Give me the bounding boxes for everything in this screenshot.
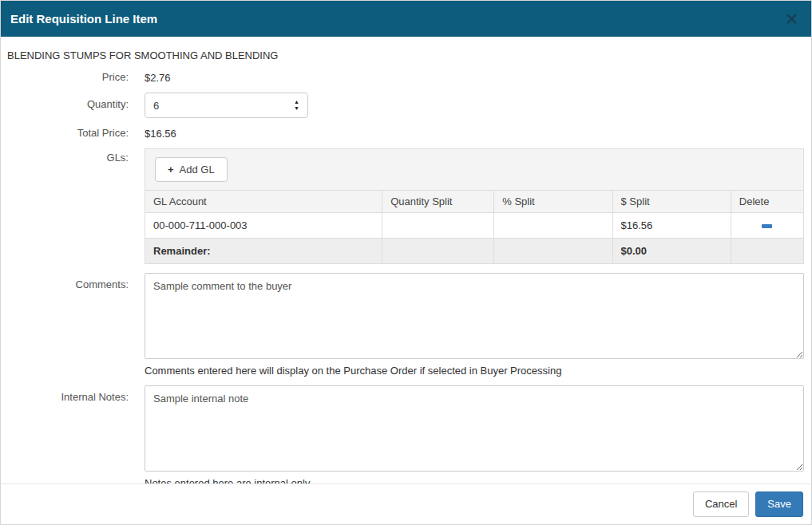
gl-panel: + Add GL GL Account Quantity Split: [145, 148, 804, 264]
col-quantity-split: Quantity Split: [382, 191, 494, 213]
total-price-label: Total Price:: [1, 127, 145, 139]
col-percent-split: % Split: [494, 191, 612, 213]
comments-row: Comments: Sample comment to the buyer Co…: [1, 273, 804, 377]
gl-table-header-row: GL Account Quantity Split % Split $ Spli…: [145, 191, 803, 213]
remainder-percent-split: [494, 239, 612, 264]
percent-split-cell: [494, 213, 612, 239]
col-gl-account: GL Account: [145, 191, 382, 213]
add-gl-label: Add GL: [180, 164, 215, 176]
internal-notes-row: Internal Notes: Sample internal note Not…: [1, 385, 804, 484]
quantity-input[interactable]: [145, 100, 294, 112]
dialog-header: Edit Requisition Line Item ✕: [1, 1, 811, 37]
quantity-split-cell: [382, 213, 494, 239]
gls-row: GLs: + Add GL: [1, 148, 804, 264]
plus-icon: +: [168, 164, 174, 176]
dollar-split-cell: $16.56: [612, 213, 731, 239]
cancel-button[interactable]: Cancel: [693, 491, 749, 517]
remainder-quantity-split: [382, 239, 494, 264]
gl-account-cell: 00-000-711-000-003: [145, 213, 382, 239]
total-price-row: Total Price: $16.56: [1, 127, 804, 140]
quantity-stepper[interactable]: ▲ ▼: [145, 93, 308, 118]
quantity-spinner[interactable]: ▲ ▼: [294, 99, 299, 112]
comments-textarea[interactable]: Sample comment to the buyer: [145, 273, 804, 359]
col-dollar-split: $ Split: [612, 191, 731, 213]
price-value: $2.76: [145, 71, 804, 84]
price-row: Price: $2.76: [1, 71, 804, 84]
delete-cell: [731, 213, 803, 239]
price-label: Price:: [1, 71, 145, 83]
edit-requisition-line-item-dialog: Edit Requisition Line Item ✕ BLENDING ST…: [0, 0, 812, 525]
close-icon[interactable]: ✕: [782, 10, 802, 29]
gls-label: GLs:: [1, 148, 145, 164]
remainder-delete-cell: [731, 239, 803, 264]
save-button[interactable]: Save: [755, 491, 803, 517]
col-delete: Delete: [731, 191, 803, 213]
gl-toolbar: + Add GL: [145, 149, 803, 190]
comments-help-text: Comments entered here will display on th…: [145, 365, 804, 377]
spinner-down-icon[interactable]: ▼: [294, 105, 299, 112]
spinner-up-icon[interactable]: ▲: [294, 99, 299, 105]
add-gl-button[interactable]: + Add GL: [155, 157, 228, 182]
dialog-footer: Cancel Save: [1, 484, 811, 524]
gl-table: GL Account Quantity Split % Split $ Spli…: [145, 190, 803, 263]
quantity-row: Quantity: ▲ ▼: [1, 93, 804, 118]
quantity-label: Quantity:: [1, 93, 145, 110]
line-item-description: BLENDING STUMPS FOR SMOOTHING AND BLENDI…: [7, 49, 804, 61]
gl-remainder-row: Remainder: $0.00: [145, 239, 803, 264]
remove-gl-icon[interactable]: [762, 224, 772, 228]
internal-notes-label: Internal Notes:: [1, 385, 145, 403]
comments-label: Comments:: [1, 273, 145, 290]
gl-table-row: 00-000-711-000-003 $16.56: [145, 213, 803, 239]
remainder-label: Remainder:: [145, 239, 382, 264]
internal-notes-help-text: Notes entered here are internal only: [145, 477, 804, 484]
internal-notes-textarea[interactable]: Sample internal note: [145, 385, 804, 472]
dialog-title: Edit Requisition Line Item: [10, 12, 157, 26]
remainder-dollar-split: $0.00: [612, 239, 731, 264]
total-price-value: $16.56: [145, 127, 804, 140]
dialog-body: BLENDING STUMPS FOR SMOOTHING AND BLENDI…: [1, 37, 811, 484]
